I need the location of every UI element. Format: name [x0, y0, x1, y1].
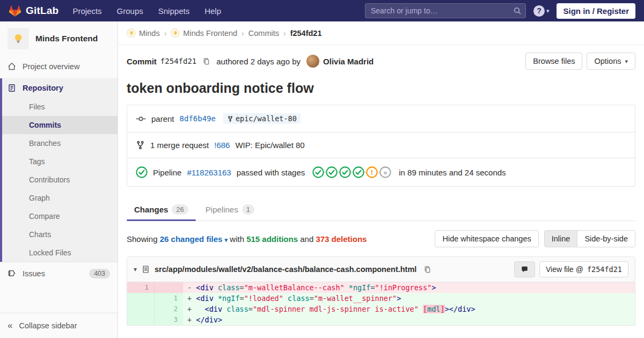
- commit-meta-row: Commit f254fd21 authored 2 days ago by O…: [127, 53, 635, 70]
- copy-sha-icon[interactable]: [202, 57, 210, 65]
- sidebar-item-contributors[interactable]: Contributors: [2, 171, 118, 189]
- sidebar-item-branches[interactable]: Branches: [2, 134, 118, 152]
- hide-whitespace-button[interactable]: Hide whitespace changes: [435, 230, 538, 247]
- sidebar-item-tags[interactable]: Tags: [2, 152, 118, 171]
- search-icon[interactable]: [513, 6, 522, 15]
- sidebar-item-repository[interactable]: Repository: [2, 78, 118, 98]
- inline-view-button[interactable]: Inline: [544, 230, 578, 247]
- browse-files-button[interactable]: Browse files: [525, 53, 582, 70]
- help-dropdown[interactable]: ? ▾: [533, 5, 550, 17]
- parent-sha-link[interactable]: 8df6b49e: [180, 114, 216, 123]
- pipeline-stage-success-icon[interactable]: [353, 166, 364, 178]
- menu-snippets[interactable]: Snippets: [158, 6, 189, 16]
- main-content: Minds›Minds Frontend›Commits›f254fd21 Co…: [118, 0, 644, 326]
- copy-path-icon[interactable]: [423, 266, 431, 274]
- repository-subnav: FilesCommitsBranchesTagsContributorsGrap…: [2, 98, 118, 262]
- collapse-sidebar-button[interactable]: « Collapse sidebar: [0, 313, 118, 338]
- old-line-number[interactable]: [127, 304, 154, 314]
- old-line-number[interactable]: [127, 293, 154, 304]
- pipeline-stage-success-icon[interactable]: [339, 166, 351, 178]
- sidebar-item-charts[interactable]: Charts: [2, 225, 118, 244]
- pipeline-label: Pipeline: [153, 168, 181, 177]
- new-line-number[interactable]: [154, 282, 183, 293]
- menu-projects[interactable]: Projects: [72, 6, 101, 16]
- diff-file-header: ▾ src/app/modules/wallet/v2/balance-cash…: [127, 257, 635, 282]
- pipeline-status-text: passed with stages: [237, 168, 305, 177]
- diff-view-toggle: Inline Side-by-side: [544, 230, 635, 247]
- and-label: and: [300, 234, 313, 244]
- breadcrumb-minds[interactable]: Minds: [127, 28, 160, 38]
- pipeline-id-link[interactable]: #118263163: [187, 168, 231, 177]
- tab-pipelines[interactable]: Pipelines1: [198, 199, 262, 221]
- new-line-number[interactable]: 1: [154, 293, 183, 304]
- commit-label: Commit: [127, 57, 157, 66]
- commit-sha: f254fd21: [160, 57, 196, 65]
- breadcrumb-minds-frontend[interactable]: Minds Frontend: [171, 28, 237, 38]
- additions-count: 515 additions: [246, 234, 298, 244]
- sidebar-item-label: Issues: [23, 269, 45, 278]
- sidebar-item-commits[interactable]: Commits: [2, 116, 118, 134]
- options-dropdown-button[interactable]: Options ▾: [587, 53, 635, 70]
- pipeline-stage-warning-icon[interactable]: !: [366, 166, 378, 178]
- breadcrumb-separator: ›: [283, 29, 286, 38]
- tab-count-badge: 26: [172, 204, 188, 215]
- diff-line-removed: 1- <div class="m-walletBalance--cash" *n…: [127, 282, 635, 293]
- diff-line-added: 1+ <div *ngIf="!loaded" class="m-wallet_…: [127, 293, 635, 304]
- sidebar-item-graph[interactable]: Graph: [2, 189, 118, 207]
- chevron-down-icon: ▾: [625, 58, 628, 65]
- pipeline-stage-success-icon[interactable]: [312, 166, 324, 178]
- branch-label[interactable]: epic/wallet-80: [223, 113, 301, 124]
- diff-table: 1- <div class="m-walletBalance--cash" *n…: [127, 282, 635, 325]
- changed-files-dropdown[interactable]: 26 changed files ▾: [160, 234, 230, 244]
- logo-text: GitLab: [26, 5, 58, 17]
- view-file-sha: f254fd21: [587, 265, 622, 274]
- pipeline-stage-success-icon[interactable]: [326, 166, 338, 178]
- showing-label: Showing: [127, 234, 158, 244]
- sidebar-item-label: Project overview: [23, 62, 79, 71]
- parent-label: parent: [151, 114, 174, 123]
- tanuki-icon: [9, 4, 21, 17]
- project-header[interactable]: Minds Frontend: [0, 21, 118, 57]
- pipeline-duration: in 89 minutes and 24 seconds: [399, 168, 506, 177]
- new-line-number[interactable]: 3: [154, 314, 183, 325]
- sign-in-button[interactable]: Sign in / Register: [557, 3, 635, 19]
- gitlab-logo[interactable]: GitLab: [9, 4, 58, 17]
- menu-help[interactable]: Help: [204, 6, 221, 16]
- breadcrumb-label: Minds Frontend: [183, 29, 237, 38]
- diff-file-card: ▾ src/app/modules/wallet/v2/balance-cash…: [127, 256, 635, 326]
- breadcrumb-separator: ›: [164, 29, 167, 38]
- sidebar-item-issues[interactable]: Issues 403: [0, 262, 118, 285]
- pipeline-status-icon[interactable]: [136, 166, 148, 178]
- breadcrumb-commits[interactable]: Commits: [248, 29, 279, 38]
- old-line-number[interactable]: 1: [127, 282, 154, 293]
- file-icon: [142, 265, 150, 274]
- pipeline-stage-skipped-icon[interactable]: »: [379, 166, 391, 178]
- breadcrumb-avatar-icon: [171, 28, 180, 38]
- pipeline-stages: !»: [312, 166, 391, 178]
- sidebar-item-compare[interactable]: Compare: [2, 207, 118, 225]
- old-line-number[interactable]: [127, 314, 154, 325]
- search-input[interactable]: [365, 3, 526, 18]
- author-name[interactable]: Olivia Madrid: [323, 57, 374, 66]
- help-icon: ?: [533, 5, 545, 17]
- view-file-button[interactable]: View file @ f254fd21: [539, 261, 628, 277]
- tab-changes[interactable]: Changes26: [127, 199, 196, 221]
- sidebar-item-project-overview[interactable]: Project overview: [0, 57, 118, 76]
- collapse-label: Collapse sidebar: [19, 321, 77, 330]
- author-avatar[interactable]: [306, 55, 319, 68]
- chevron-down-icon: ▾: [546, 8, 550, 14]
- toggle-comments-button[interactable]: [514, 261, 535, 277]
- side-by-side-view-button[interactable]: Side-by-side: [577, 230, 635, 247]
- sidebar-section-repository: Repository FilesCommitsBranchesTagsContr…: [0, 78, 118, 262]
- menu-groups[interactable]: Groups: [117, 6, 143, 16]
- commit-info-box: parent 8df6b49e epic/wallet-80: [127, 105, 635, 187]
- collapse-diff-icon[interactable]: ▾: [134, 266, 137, 273]
- merge-request-link[interactable]: !686: [214, 141, 230, 150]
- sidebar-item-locked-files[interactable]: Locked Files: [2, 244, 118, 262]
- diff-line-added: 2+ <div class="mdl-spinner mdl-js-spinne…: [127, 304, 635, 314]
- chevron-down-icon: ▾: [225, 237, 228, 243]
- breadcrumb-separator: ›: [241, 29, 244, 38]
- new-line-number[interactable]: 2: [154, 304, 183, 314]
- sidebar-item-files[interactable]: Files: [2, 98, 118, 116]
- file-path[interactable]: src/app/modules/wallet/v2/balance-cash/b…: [155, 265, 416, 274]
